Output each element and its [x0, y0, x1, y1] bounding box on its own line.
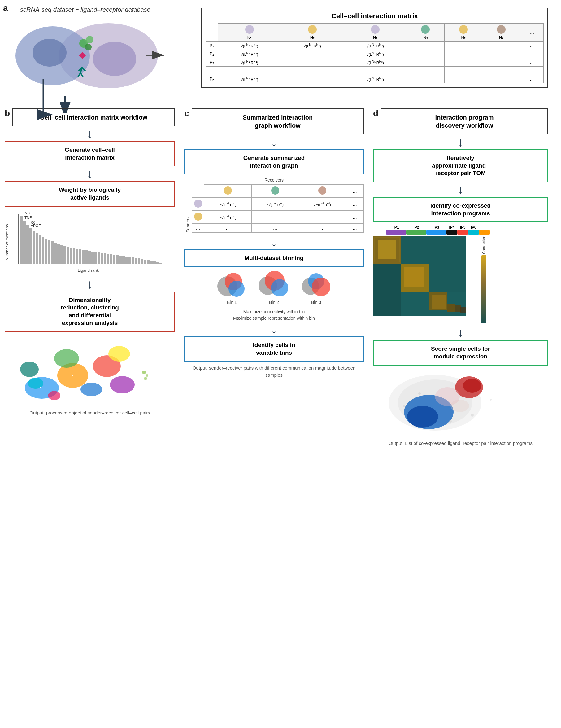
ip4-label: IP4 [446, 225, 457, 230]
step-b1: Generate cell–cellinteraction matrix [5, 141, 175, 166]
column-c: c Summarized interactiongraph workflow ↓… [180, 108, 368, 447]
heatmap-svg [373, 236, 478, 322]
svg-point-86 [81, 383, 102, 396]
svg-point-103 [271, 279, 288, 296]
matrix-box: Cell–cell interaction matrix N₁ N₂ N₁ N₃… [201, 8, 548, 88]
svg-point-90 [146, 374, 148, 377]
arrow-c3: ↓ [184, 323, 364, 335]
svg-rect-121 [429, 264, 466, 292]
svg-rect-63 [132, 257, 134, 264]
svg-point-87 [48, 391, 60, 400]
svg-point-19 [459, 25, 468, 34]
ip5-label: IP5 [457, 225, 468, 230]
svg-rect-115 [378, 240, 396, 259]
workflows-container: b Cell–cell interaction matrix workflow … [3, 108, 557, 447]
svg-point-89 [144, 377, 147, 380]
bin-1: Bin 1 [213, 271, 251, 305]
colorbar-svg [481, 255, 487, 323]
svg-rect-30 [29, 228, 32, 264]
svg-rect-71 [156, 262, 159, 264]
panel-c-title: Summarized interactiongraph workflow [192, 108, 364, 134]
svg-rect-45 [76, 249, 78, 264]
ip6-label: IP6 [468, 225, 479, 230]
svg-point-135 [403, 405, 405, 407]
svg-rect-113 [460, 307, 466, 313]
svg-rect-41 [64, 246, 66, 264]
svg-point-131 [450, 400, 469, 412]
step-c1: Generate summarizedinteraction graph [184, 149, 364, 174]
svg-rect-52 [98, 252, 100, 264]
svg-point-18 [421, 25, 430, 34]
svg-point-127 [407, 406, 438, 428]
svg-rect-37 [51, 241, 54, 264]
svg-rect-67 [144, 260, 147, 264]
svg-point-136 [449, 420, 452, 423]
svg-rect-117 [404, 267, 424, 287]
svg-point-3 [33, 39, 67, 67]
step-d2: Identify co-expressedinteraction program… [373, 197, 548, 222]
connect-arrow-ab [91, 46, 107, 63]
umap-plot: • • [5, 335, 175, 406]
column-d: d Interaction programdiscovery workflow … [368, 108, 551, 447]
svg-point-5 [86, 36, 94, 43]
panel-a: a scRNA-seq dataset + ligand–receptor da… [3, 3, 557, 99]
svg-point-106 [312, 278, 330, 296]
bins-illustration: Bin 1 Bin 2 Bin 3 [184, 271, 364, 305]
svg-rect-53 [101, 253, 103, 264]
bin-2: Bin 2 [256, 271, 292, 305]
svg-rect-69 [150, 261, 153, 264]
svg-rect-33 [39, 235, 41, 264]
svg-rect-123 [481, 255, 486, 323]
svg-point-94 [271, 186, 279, 195]
svg-point-20 [497, 25, 506, 34]
svg-point-97 [194, 213, 202, 221]
svg-rect-60 [122, 256, 125, 264]
svg-rect-44 [73, 248, 75, 264]
svg-point-15 [245, 25, 254, 34]
svg-rect-64 [135, 258, 137, 264]
svg-point-81 [54, 349, 79, 368]
svg-rect-111 [447, 304, 455, 312]
svg-text:Number of mentions: Number of mentions [5, 224, 9, 261]
ip3-label: IP3 [426, 225, 446, 230]
svg-rect-31 [33, 231, 35, 264]
svg-rect-50 [91, 252, 94, 264]
svg-text:IFNG: IFNG [21, 211, 30, 215]
svg-point-129 [463, 379, 481, 393]
svg-rect-28 [23, 221, 26, 264]
single-cell-plot [373, 369, 548, 437]
bin1-svg [213, 271, 251, 299]
interaction-matrix: N₁ N₂ N₁ N₃ N₂ N₄ ... [206, 23, 544, 83]
svg-text:TNF: TNF [24, 216, 32, 220]
step-b2: Weight by biologicallyactive ligands [5, 181, 175, 206]
panel-c-label: c [184, 108, 189, 118]
svg-rect-65 [138, 258, 140, 264]
svg-rect-43 [70, 248, 72, 264]
arrow-d3: ↓ [373, 327, 548, 339]
svg-point-84 [108, 346, 130, 362]
ip2-label: IP2 [406, 225, 426, 230]
svg-rect-38 [54, 243, 57, 264]
column-b: b Cell–cell interaction matrix workflow … [3, 108, 180, 447]
svg-point-132 [418, 392, 421, 395]
svg-rect-47 [82, 250, 85, 264]
svg-rect-68 [147, 260, 150, 264]
step-d1: Iterativelyapproximate ligand–receptor p… [373, 149, 548, 182]
svg-rect-49 [88, 251, 91, 264]
arrow-c1: ↓ [184, 136, 364, 148]
step-c3: Identify cells invariable bins [184, 336, 364, 362]
svg-rect-54 [104, 253, 106, 264]
panel-b-label: b [5, 108, 10, 118]
svg-rect-62 [129, 257, 131, 264]
svg-rect-35 [45, 239, 47, 264]
bin3-svg [297, 271, 335, 299]
panel-a-label: a [3, 3, 8, 13]
step-c2: Multi-dataset binning [184, 249, 364, 267]
arrow-c2: ↓ [184, 236, 364, 248]
arrow-d1: ↓ [373, 136, 548, 148]
svg-rect-36 [48, 240, 50, 264]
ligand-chart-container: Number of mentions Ligand rank [5, 210, 175, 275]
svg-rect-46 [79, 249, 81, 264]
svg-text:•: • [72, 374, 73, 377]
svg-rect-51 [94, 252, 97, 264]
